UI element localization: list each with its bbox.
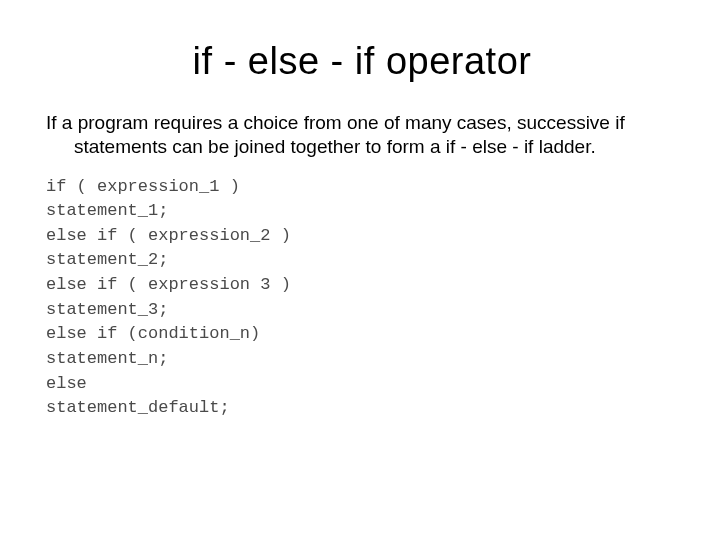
code-line: statement_default;: [46, 398, 230, 417]
code-line: statement_3;: [46, 300, 168, 319]
code-line: if ( expression_1 ): [46, 177, 240, 196]
body-line-2: statements can be joined together to for…: [46, 135, 680, 159]
body-line-1: If a program requires a choice from one …: [46, 112, 625, 133]
code-line: else if ( expression_2 ): [46, 226, 291, 245]
code-block: if ( expression_1 ) statement_1; else if…: [44, 175, 680, 421]
code-line: else if (condition_n): [46, 324, 260, 343]
code-line: else if ( expression 3 ): [46, 275, 291, 294]
code-line: statement_n;: [46, 349, 168, 368]
body-paragraph: If a program requires a choice from one …: [44, 111, 680, 159]
code-line: else: [46, 374, 87, 393]
code-line: statement_2;: [46, 250, 168, 269]
slide: if - else - if operator If a program req…: [0, 0, 720, 540]
page-title: if - else - if operator: [44, 40, 680, 83]
code-line: statement_1;: [46, 201, 168, 220]
